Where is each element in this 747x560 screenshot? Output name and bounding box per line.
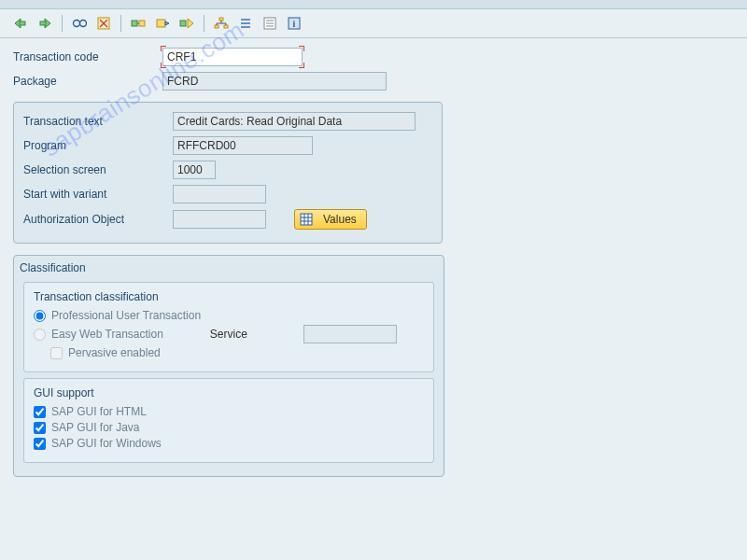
radio-easyweb[interactable]: [34, 329, 46, 341]
authobj-label: Authorization Object: [23, 213, 173, 226]
window-top-border: [0, 0, 747, 9]
program-input[interactable]: [173, 136, 313, 155]
svg-rect-9: [157, 20, 165, 27]
svg-rect-1: [40, 21, 46, 25]
cancel-button[interactable]: [92, 13, 115, 34]
variant-input[interactable]: [173, 185, 266, 203]
variant-label: Start with variant: [23, 188, 173, 201]
tcode-label: Transaction code: [13, 50, 162, 63]
package-input[interactable]: [162, 72, 387, 91]
back-button[interactable]: [9, 13, 32, 34]
svg-rect-11: [219, 18, 223, 21]
values-button-label: Values: [323, 213, 357, 226]
toolbar-separator: [120, 15, 121, 32]
gui-java-label: SAP GUI for Java: [51, 421, 139, 434]
program-label: Program: [23, 139, 173, 152]
radio-professional-label: Professional User Transaction: [51, 309, 201, 322]
info-icon[interactable]: i: [283, 13, 305, 34]
classification-title: Classification: [20, 261, 434, 274]
radio-professional[interactable]: [34, 310, 46, 322]
gui-support-box: GUI support SAP GUI for HTML SAP GUI for…: [23, 378, 434, 463]
transtext-input[interactable]: [173, 112, 416, 131]
svg-rect-7: [132, 21, 137, 26]
svg-rect-13: [224, 25, 228, 28]
toolbar: i: [0, 9, 747, 38]
stack-icon[interactable]: [234, 13, 257, 34]
service-label: Service: [210, 328, 303, 341]
svg-rect-8: [139, 21, 145, 26]
pervasive-checkbox[interactable]: [50, 347, 63, 359]
svg-rect-19: [241, 22, 250, 24]
hierarchy-icon[interactable]: [210, 13, 233, 34]
list-icon[interactable]: [259, 13, 281, 34]
trans-class-title: Transaction classification: [34, 290, 424, 303]
forward-button[interactable]: [34, 13, 56, 34]
gui-html-label: SAP GUI for HTML: [51, 405, 147, 418]
svg-point-3: [80, 21, 87, 27]
transtext-label: Transaction text: [23, 115, 173, 128]
transport-icon[interactable]: [151, 13, 174, 34]
tcode-input[interactable]: [162, 48, 303, 66]
table-icon: [299, 212, 314, 227]
selscreen-label: Selection screen: [23, 163, 173, 176]
gui-win-label: SAP GUI for Windows: [51, 437, 162, 450]
gui-win-checkbox[interactable]: [34, 438, 46, 450]
radio-easyweb-label: Easy Web Transaction: [51, 328, 163, 341]
svg-rect-10: [180, 21, 186, 26]
gui-support-title: GUI support: [34, 386, 424, 399]
authobj-input[interactable]: [173, 210, 266, 229]
assign-icon[interactable]: [176, 13, 198, 34]
package-label: Package: [13, 75, 162, 88]
service-input[interactable]: [303, 325, 397, 343]
svg-rect-12: [215, 25, 218, 28]
svg-rect-20: [241, 26, 250, 28]
display-button[interactable]: [68, 13, 91, 34]
values-button[interactable]: Values: [294, 209, 367, 230]
trans-class-box: Transaction classification Professional …: [23, 282, 434, 372]
gui-java-checkbox[interactable]: [34, 422, 46, 434]
convert-icon[interactable]: [127, 13, 149, 34]
selscreen-input[interactable]: [173, 161, 216, 179]
svg-rect-27: [301, 214, 312, 225]
classification-group: Classification Transaction classificatio…: [13, 255, 444, 477]
svg-rect-0: [20, 21, 25, 25]
svg-point-2: [74, 21, 80, 27]
svg-rect-18: [241, 19, 250, 21]
toolbar-separator: [62, 15, 63, 32]
content-area: Transaction code Package Transaction tex…: [0, 38, 747, 486]
gui-html-checkbox[interactable]: [34, 406, 46, 418]
pervasive-label: Pervasive enabled: [68, 346, 161, 359]
toolbar-separator: [204, 15, 204, 32]
svg-text:i: i: [293, 19, 296, 29]
details-group: Transaction text Program Selection scree…: [13, 102, 443, 244]
